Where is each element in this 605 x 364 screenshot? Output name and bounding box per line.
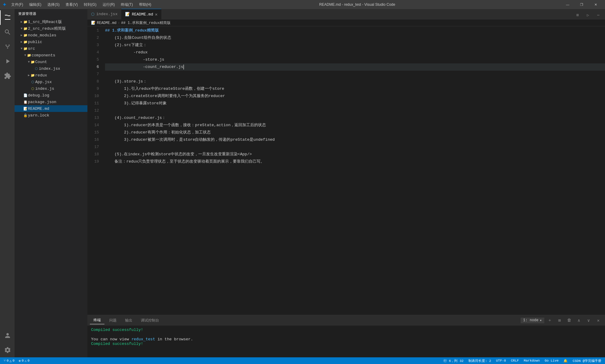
jsx-file-icon: ⬡ (30, 79, 35, 84)
terminal-tab-terminal[interactable]: 终端 (90, 316, 104, 324)
menu-view[interactable]: 查看(V) (63, 2, 80, 8)
maximize-button[interactable]: ❐ (575, 0, 589, 9)
line-num-5: 5 (87, 56, 99, 63)
activity-source-control-icon[interactable] (0, 39, 15, 54)
line-num-11: 11 (87, 100, 99, 107)
status-encoding[interactable]: UTF-8 (495, 359, 507, 362)
menu-goto[interactable]: 转到(G) (81, 2, 99, 8)
breadcrumb-file[interactable]: README.md (97, 21, 117, 25)
chevron-down-icon: ▾ (540, 318, 542, 323)
tab-readme-md[interactable]: 📝 README.md ✕ (121, 9, 161, 19)
code-line-2: (1).去除Count组件自身的状态 (105, 34, 605, 42)
status-warn-count2: 0 (28, 359, 30, 362)
status-csdn[interactable]: CSDN @学完编手册 (571, 359, 603, 363)
close-button[interactable]: ✕ (589, 0, 603, 9)
sidebar-item-yarn-lock[interactable]: ▶ 🔒 yarn.lock (15, 112, 87, 119)
split-editor-button[interactable]: ⊞ (573, 11, 582, 19)
code-line-7 (105, 71, 605, 78)
sidebar-item-src[interactable]: ▼ 📁 src (15, 45, 87, 52)
sidebar-item-node-modules[interactable]: ▶ 📁 node_modules (15, 32, 87, 39)
terminal-chevron-up-button[interactable]: ∧ (575, 317, 583, 324)
folder-label: Count (35, 60, 87, 64)
sidebar-item-debug-log[interactable]: ▶ 📄 debug.log (15, 92, 87, 99)
status-git[interactable]: ⑂ 0 △ 0 (2, 359, 16, 363)
editor-content[interactable]: 1 2 3 4 5 6 7 8 9 10 11 12 13 14 15 16 1… (87, 26, 605, 315)
folder-icon: 📁 (23, 46, 28, 51)
activity-run-icon[interactable] (0, 54, 15, 69)
tab-close-button[interactable]: ✕ (155, 12, 157, 17)
titlebar-menu: 文件(F) 编辑(E) 选择(S) 查看(V) 转到(G) 运行(R) 终端(T… (9, 2, 154, 8)
sidebar-item-app-jsx[interactable]: ▶ ⬡ App.jsx (15, 79, 87, 85)
sidebar-item-index-js[interactable]: ▶ ⬡ index.js (15, 85, 87, 92)
tab-label: README.md (132, 12, 153, 17)
git-icon: ⑂ (4, 359, 6, 362)
terminal-tab-output[interactable]: 输出 (121, 317, 136, 324)
terminal-kill-button[interactable]: 🗑 (565, 317, 573, 324)
tab-bar: ⬡ index.jsx 📝 README.md ✕ ⊞ ▷ ⋯ (87, 9, 605, 20)
sidebar-item-package-json[interactable]: ▶ 📋 package.json (15, 99, 87, 105)
terminal-line-3: You can now view redux_test in the brows… (91, 337, 601, 342)
sidebar-item-redux[interactable]: ▶ 📁 redux (15, 72, 87, 79)
sidebar-item-components[interactable]: ▼ 📁 components (15, 52, 87, 59)
terminal-chevron-down-button[interactable]: ∨ (584, 317, 593, 324)
menu-run[interactable]: 运行(R) (100, 2, 117, 8)
status-line-ending[interactable]: CRLF (510, 359, 520, 362)
activity-extensions-icon[interactable] (0, 69, 15, 83)
status-spaces[interactable]: 制表符长度: 2 (467, 359, 492, 363)
menu-help[interactable]: 帮助(H) (137, 2, 154, 8)
sidebar-item-readme-md[interactable]: ▶ 📝 README.md (15, 105, 87, 112)
menu-terminal[interactable]: 终端(T) (118, 2, 135, 8)
sidebar-item-2src[interactable]: ▼ 📁 2_src_redux精简版 (15, 25, 87, 32)
status-notifications[interactable]: 🔔 (562, 359, 569, 363)
folder-label: 1_src_纯React版 (28, 19, 87, 25)
menu-select[interactable]: 选择(S) (45, 2, 62, 8)
breadcrumb-section[interactable]: ## 1.求和案例_redux精简版 (121, 20, 171, 25)
line-num-4: 4 (87, 49, 99, 56)
breadcrumb: 📝 README.md › ## 1.求和案例_redux精简版 (87, 20, 605, 26)
terminal-tab-debug[interactable]: 调试控制台 (137, 317, 163, 324)
folder-label: public (28, 40, 87, 44)
folder-label: redux (35, 73, 87, 78)
status-cursor[interactable]: 行 6，列 32 (442, 359, 465, 363)
menu-edit[interactable]: 编辑(E) (27, 2, 44, 8)
terminal-tab-problems[interactable]: 问题 (106, 317, 120, 324)
vscode-logo: ✦ (2, 2, 6, 8)
status-golive[interactable]: Go Live (543, 359, 560, 362)
sidebar-item-index-jsx[interactable]: ▶ ⬡ index.jsx (15, 65, 87, 72)
code-line-17 (105, 143, 605, 151)
status-errors[interactable]: ⊗ 0 ⚠ 0 (18, 359, 31, 363)
preview-button[interactable]: ▷ (584, 11, 592, 19)
folder-icon: 📁 (23, 33, 28, 38)
line-num-14: 14 (87, 122, 99, 129)
sidebar-item-public[interactable]: ▶ 📁 public (15, 39, 87, 45)
line-numbers: 1 2 3 4 5 6 7 8 9 10 11 12 13 14 15 16 1… (87, 26, 103, 315)
terminal-close-button[interactable]: ✕ (594, 317, 603, 324)
chevron-right-icon: ▶ (21, 20, 22, 24)
folder-label: 2_src_redux精简版 (28, 26, 87, 31)
lock-file-icon: 🔒 (23, 113, 28, 118)
folder-icon: 📁 (23, 19, 28, 24)
chevron-down-icon: ▼ (28, 60, 30, 64)
activity-account-icon[interactable] (0, 328, 15, 343)
activity-settings-icon[interactable] (0, 343, 15, 357)
terminal-add-button[interactable]: ＋ (546, 317, 554, 324)
terminal-selector[interactable]: 1: node ▾ (521, 318, 544, 323)
chevron-right-icon: ▶ (21, 40, 22, 44)
status-git-label: 0 (7, 359, 9, 362)
tab-index-jsx[interactable]: ⬡ index.jsx (87, 9, 121, 19)
line-num-19: 19 (87, 158, 99, 165)
code-area[interactable]: ## 1.求和案例_redux精简版 (1).去除Count组件自身的状态 (2… (103, 26, 605, 315)
sidebar-item-1src[interactable]: ▶ 📁 1_src_纯React版 (15, 19, 87, 25)
activity-explorer-icon[interactable] (0, 10, 15, 25)
menu-file[interactable]: 文件(F) (9, 2, 25, 8)
sidebar-item-count[interactable]: ▼ 📁 Count (15, 59, 87, 65)
terminal-split-button[interactable]: ⊞ (555, 317, 564, 324)
terminal-content[interactable]: Compiled successfully! You can now view … (87, 326, 605, 357)
status-bar-right: 行 6，列 32 制表符长度: 2 UTF-8 CRLF Markdown Go… (442, 359, 603, 363)
minimize-button[interactable]: — (561, 0, 575, 9)
status-language[interactable]: Markdown (522, 359, 541, 362)
more-actions-button[interactable]: ⋯ (594, 11, 603, 19)
warning-icon: △ (10, 359, 12, 363)
cursor-position: 行 6，列 32 (444, 359, 464, 363)
activity-search-icon[interactable] (0, 25, 15, 39)
